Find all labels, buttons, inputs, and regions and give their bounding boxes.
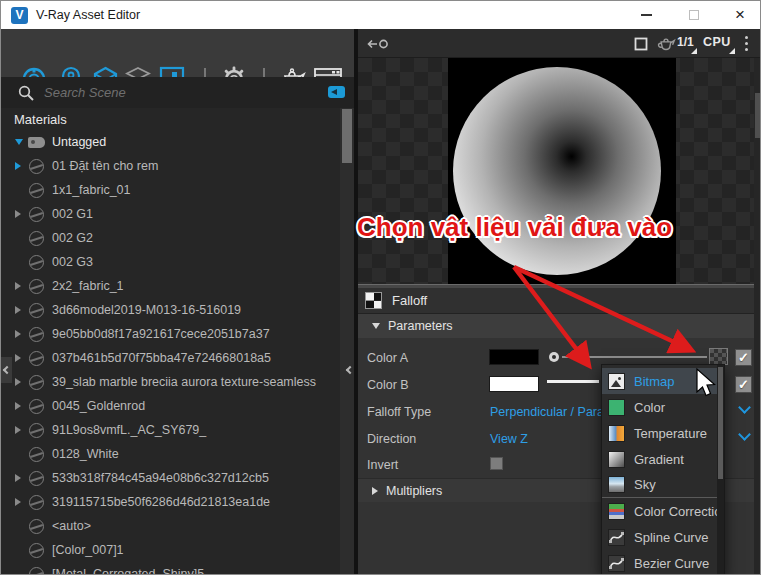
material-list-item[interactable]: 91L9os8vmfL._AC_SY679_ bbox=[1, 418, 354, 442]
material-label: [Color_007]1 bbox=[52, 543, 124, 557]
sphere-icon bbox=[29, 399, 44, 414]
search-input[interactable] bbox=[42, 84, 292, 101]
expand-arrow-icon[interactable] bbox=[15, 282, 25, 290]
render-teapot-icon[interactable] bbox=[656, 35, 676, 53]
material-list-item[interactable]: 037b461b5d70f75bba47e724668018a5 bbox=[1, 346, 354, 370]
temperature-icon bbox=[608, 425, 625, 442]
material-label: 002 G2 bbox=[52, 231, 93, 245]
search-icon bbox=[18, 85, 34, 101]
expand-arrow-icon[interactable] bbox=[15, 162, 25, 170]
color-a-texture-slot-button[interactable] bbox=[709, 348, 728, 365]
sphere-icon bbox=[29, 159, 44, 174]
material-label: 319115715be50f6286d46d21813ea1de bbox=[52, 495, 270, 509]
menu-item-label: Bezier Curve bbox=[634, 556, 709, 571]
preview-toolbar bbox=[358, 29, 761, 58]
texture-type-menu-item[interactable]: Gradient bbox=[602, 446, 724, 472]
color-b-slider-track[interactable] bbox=[547, 380, 599, 383]
expand-arrow-icon[interactable] bbox=[15, 354, 25, 362]
material-list-item[interactable]: Untagged bbox=[1, 130, 354, 154]
menu-item-label: Sky bbox=[634, 477, 656, 492]
sphere-icon bbox=[29, 279, 44, 294]
material-list-item[interactable]: 39_slab marble breciia aurora texture-se… bbox=[1, 370, 354, 394]
expand-arrow-icon[interactable] bbox=[15, 426, 25, 434]
render-engine-button[interactable]: CPU bbox=[703, 35, 731, 49]
materials-header: Materials bbox=[1, 108, 354, 130]
texture-type-menu-item[interactable]: Color bbox=[602, 394, 724, 420]
material-list-item[interactable]: 533b318f784c45a94e08b6c327d12cb5 bbox=[1, 466, 354, 490]
expand-arrow-icon[interactable] bbox=[15, 378, 25, 386]
material-list-item[interactable]: 2x2_fabric_1 bbox=[1, 274, 354, 298]
color-a-swatch[interactable] bbox=[489, 349, 539, 365]
maximize-button[interactable] bbox=[677, 1, 711, 28]
tag-icon bbox=[28, 137, 45, 148]
material-list-item[interactable]: 3d66model2019-M013-16-516019 bbox=[1, 298, 354, 322]
menu-item-label: Temperature bbox=[634, 426, 707, 441]
sphere-icon bbox=[29, 207, 44, 222]
sphere-icon bbox=[29, 471, 44, 486]
material-list-item[interactable]: 319115715be50f6286d46d21813ea1de bbox=[1, 490, 354, 514]
expand-arrow-icon[interactable] bbox=[15, 210, 25, 218]
menu-scrollbar-thumb[interactable] bbox=[718, 367, 723, 479]
sphere-icon bbox=[29, 423, 44, 438]
vray-logo-icon: V bbox=[11, 7, 28, 24]
color-a-slider-handle[interactable] bbox=[549, 352, 559, 362]
right-panel-scrollbar-thumb[interactable] bbox=[755, 93, 761, 138]
bezier-curve-icon bbox=[608, 555, 625, 572]
material-list-item[interactable]: 002 G2 bbox=[1, 226, 354, 250]
sphere-icon bbox=[29, 231, 44, 246]
dropdown-corner-icon bbox=[729, 48, 735, 54]
sphere-icon bbox=[29, 183, 44, 198]
color-correction-icon bbox=[608, 503, 625, 520]
material-list-item[interactable]: [Color_007]1 bbox=[1, 538, 354, 562]
expand-arrow-icon[interactable] bbox=[15, 306, 25, 314]
expand-arrow-icon[interactable] bbox=[15, 139, 25, 145]
materials-scrollbar[interactable] bbox=[340, 108, 354, 575]
texture-type-menu-list: Bitmap Color Temperature Gradient bbox=[602, 368, 724, 575]
material-list-item[interactable]: 9e05bb0d8f17a921617cece2051b7a37 bbox=[1, 322, 354, 346]
material-list-item[interactable]: 002 G1 bbox=[1, 202, 354, 226]
expand-arrow-icon[interactable] bbox=[15, 402, 25, 410]
search-bar bbox=[1, 77, 354, 108]
texture-type-menu-item[interactable]: Temperature bbox=[602, 420, 724, 446]
parameters-section-header[interactable]: Parameters bbox=[358, 314, 754, 338]
expand-arrow-icon[interactable] bbox=[15, 474, 25, 482]
material-list-item[interactable]: <auto> bbox=[1, 514, 354, 538]
material-list-item[interactable]: 01 Đặt tên cho rem bbox=[1, 154, 354, 178]
kebab-menu-icon[interactable] bbox=[745, 36, 748, 54]
texture-type-menu-item[interactable]: Spline Curve bbox=[602, 524, 724, 550]
search-filter-toggle-icon[interactable] bbox=[328, 86, 345, 98]
sphere-icon bbox=[29, 303, 44, 318]
resolution-ratio-button[interactable]: 1/1 bbox=[677, 35, 694, 49]
expand-arrow-icon[interactable] bbox=[15, 330, 25, 338]
invert-checkbox[interactable] bbox=[490, 457, 503, 470]
materials-tree: Materials Untagged 01 Đặt tên cho rem 1x… bbox=[1, 108, 354, 575]
color-b-checkbox[interactable]: ✓ bbox=[735, 376, 752, 393]
materials-scrollbar-thumb[interactable] bbox=[342, 109, 352, 163]
texture-type-menu-item[interactable]: Bitmap bbox=[602, 368, 724, 394]
expand-arrow-icon[interactable] bbox=[15, 498, 25, 506]
falloff-type-value[interactable]: Perpendicular / Paral bbox=[490, 405, 607, 419]
texture-type-menu-item[interactable]: Sky bbox=[602, 472, 724, 498]
minimize-icon bbox=[641, 14, 652, 16]
color-a-checkbox[interactable]: ✓ bbox=[735, 349, 752, 366]
sphere-icon bbox=[29, 543, 44, 558]
material-list-item[interactable]: 0128_White bbox=[1, 442, 354, 466]
region-render-icon[interactable] bbox=[634, 37, 648, 51]
follow-selection-icon[interactable] bbox=[367, 36, 389, 52]
material-list-item[interactable]: 0045_Goldenrod bbox=[1, 394, 354, 418]
color-b-label: Color B bbox=[367, 378, 409, 392]
texture-type-menu-item[interactable]: Bezier Curve bbox=[602, 550, 724, 575]
falloff-header: Falloff bbox=[358, 288, 754, 314]
falloff-title: Falloff bbox=[392, 293, 427, 308]
color-a-slider-track[interactable] bbox=[562, 356, 707, 358]
color-b-swatch[interactable] bbox=[489, 376, 539, 392]
material-list-item[interactable]: 1x1_fabric_01 bbox=[1, 178, 354, 202]
material-list-item[interactable]: 002 G3 bbox=[1, 250, 354, 274]
left-flyout-collapse-button[interactable] bbox=[1, 357, 12, 383]
direction-value[interactable]: View Z bbox=[490, 432, 528, 446]
close-button[interactable]: × bbox=[723, 1, 757, 28]
texture-type-menu-item[interactable]: Color Correction bbox=[602, 498, 724, 524]
sphere-icon bbox=[29, 447, 44, 462]
minimize-button[interactable] bbox=[629, 1, 663, 28]
material-list-item[interactable]: [Metal_Corrogated_Shiny]5 bbox=[1, 562, 354, 575]
